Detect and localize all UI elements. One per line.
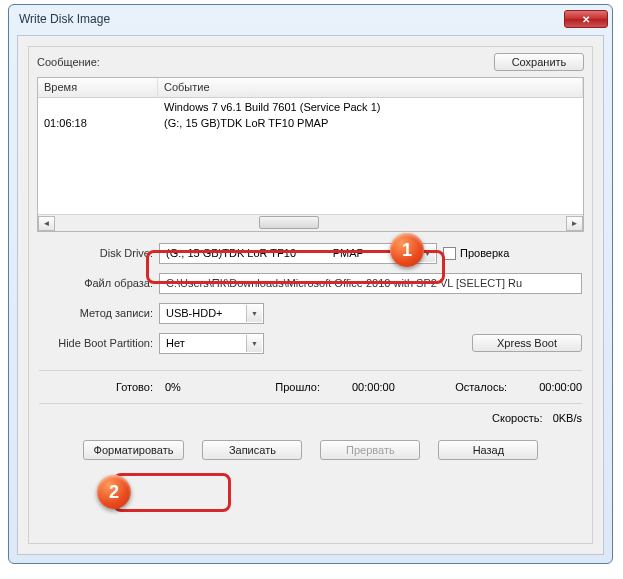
button-row: Форматировать Записать Прервать Назад bbox=[29, 428, 592, 470]
scroll-thumb[interactable] bbox=[259, 216, 319, 229]
elapsed-label: Прошло: bbox=[275, 381, 320, 393]
log-listview[interactable]: Время Событие Windows 7 v6.1 Build 7601 … bbox=[37, 77, 584, 232]
cell-event: Windows 7 v6.1 Build 7601 (Service Pack … bbox=[158, 100, 583, 116]
speed-row: Скорость: 0KB/s bbox=[29, 408, 592, 428]
disk-drive-value: (G:, 15 GB)TDK LoR TF10 PMAP bbox=[166, 247, 364, 259]
annotation-badge-1: 1 bbox=[390, 233, 424, 267]
back-button[interactable]: Назад bbox=[438, 440, 538, 460]
hide-boot-value: Нет bbox=[166, 337, 185, 349]
elapsed-value: 00:00:00 bbox=[352, 381, 395, 393]
scroll-track[interactable] bbox=[55, 216, 566, 231]
cell-time bbox=[38, 100, 158, 116]
remaining-value: 00:00:00 bbox=[539, 381, 582, 393]
write-button[interactable]: Записать bbox=[202, 440, 302, 460]
column-event[interactable]: Событие bbox=[158, 78, 583, 97]
image-file-label: Файл образа: bbox=[39, 277, 159, 289]
ready-label: Готово: bbox=[39, 381, 159, 393]
listview-body: Windows 7 v6.1 Build 7601 (Service Pack … bbox=[38, 98, 583, 134]
inner-panel: Сообщение: Сохранить Время Событие Windo… bbox=[28, 46, 593, 544]
write-method-label: Метод записи: bbox=[39, 307, 159, 319]
scroll-right-button[interactable]: ► bbox=[566, 216, 583, 231]
speed-label: Скорость: bbox=[492, 412, 543, 424]
column-time[interactable]: Время bbox=[38, 78, 158, 97]
list-item[interactable]: Windows 7 v6.1 Build 7601 (Service Pack … bbox=[38, 100, 583, 116]
check-checkbox-wrap[interactable]: Проверка bbox=[443, 247, 509, 260]
speed-value: 0KB/s bbox=[553, 412, 582, 424]
cell-event: (G:, 15 GB)TDK LoR TF10 PMAP bbox=[158, 116, 583, 132]
check-checkbox[interactable] bbox=[443, 247, 456, 260]
window-title: Write Disk Image bbox=[19, 12, 564, 26]
top-bar: Сообщение: Сохранить bbox=[29, 47, 592, 75]
listview-header: Время Событие bbox=[38, 78, 583, 98]
chevron-down-icon: ▼ bbox=[246, 335, 262, 352]
format-button[interactable]: Форматировать bbox=[83, 440, 185, 460]
remaining-label: Осталось: bbox=[455, 381, 507, 393]
disk-drive-label: Disk Drive: bbox=[39, 247, 159, 259]
list-item[interactable]: 01:06:18 (G:, 15 GB)TDK LoR TF10 PMAP bbox=[38, 116, 583, 132]
titlebar[interactable]: Write Disk Image ✕ bbox=[9, 5, 612, 33]
chevron-down-icon: ▼ bbox=[246, 305, 262, 322]
check-label: Проверка bbox=[460, 247, 509, 259]
horizontal-scrollbar[interactable]: ◄ ► bbox=[38, 214, 583, 231]
write-method-value: USB-HDD+ bbox=[166, 307, 223, 319]
ready-value: 0% bbox=[165, 381, 215, 393]
window-frame: Write Disk Image ✕ Сообщение: Сохранить … bbox=[8, 4, 613, 564]
cell-time: 01:06:18 bbox=[38, 116, 158, 132]
hide-boot-label: Hide Boot Partition: bbox=[39, 337, 159, 349]
close-icon: ✕ bbox=[582, 14, 590, 25]
close-button[interactable]: ✕ bbox=[564, 10, 608, 28]
status-row: Готово: 0% Прошло: 00:00:00 Осталось: 00… bbox=[29, 375, 592, 399]
annotation-badge-2: 2 bbox=[97, 475, 131, 509]
separator bbox=[39, 370, 582, 371]
image-file-input[interactable]: C:\Users\ПК\Downloads\Microsoft Office 2… bbox=[159, 273, 582, 294]
scroll-left-button[interactable]: ◄ bbox=[38, 216, 55, 231]
separator bbox=[39, 403, 582, 404]
abort-button: Прервать bbox=[320, 440, 420, 460]
save-button[interactable]: Сохранить bbox=[494, 53, 584, 71]
form-area: Disk Drive: (G:, 15 GB)TDK LoR TF10 PMAP… bbox=[29, 234, 592, 366]
write-method-dropdown[interactable]: USB-HDD+ ▼ bbox=[159, 303, 264, 324]
xpress-boot-button[interactable]: Xpress Boot bbox=[472, 334, 582, 352]
message-label: Сообщение: bbox=[37, 56, 494, 68]
hide-boot-dropdown[interactable]: Нет ▼ bbox=[159, 333, 264, 354]
